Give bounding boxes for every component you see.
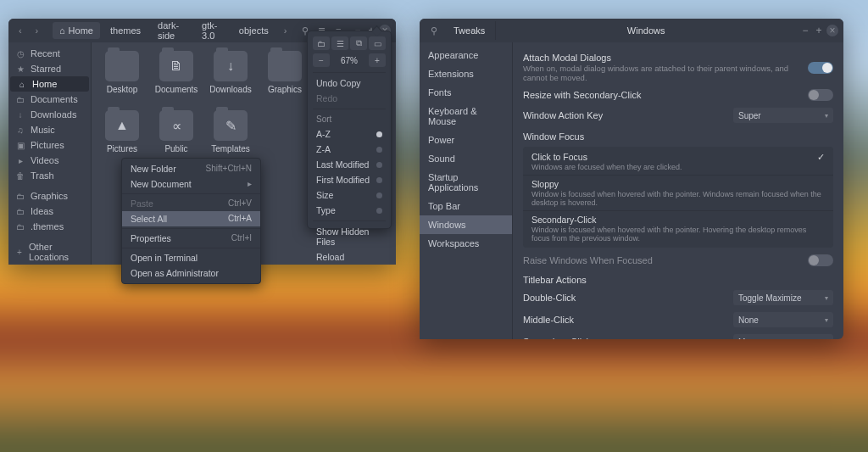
app-title: Tweaks: [447, 25, 492, 36]
nav-forward-button[interactable]: ›: [31, 22, 44, 39]
sidebar-item-ideas[interactable]: 🗀Ideas: [8, 204, 91, 219]
star-icon: ★: [15, 64, 25, 74]
path-home[interactable]: ⌂ Home: [53, 22, 100, 39]
sort-option[interactable]: Size: [313, 187, 386, 203]
window-maximize[interactable]: +: [813, 25, 825, 36]
path-seg-0[interactable]: themes: [103, 22, 147, 39]
show-hidden-item[interactable]: Show Hidden Files: [313, 224, 386, 249]
tweaks-titlebar: ⚲ Tweaks Windows − + ×: [420, 19, 843, 42]
path-seg-1[interactable]: dark-side: [151, 22, 192, 39]
sidebar-item-label: Pictures: [31, 140, 64, 150]
sidebar-item-pictures[interactable]: ▣Pictures: [8, 137, 91, 153]
tba-select[interactable]: Toggle Maximize▾: [733, 290, 833, 305]
focus-option[interactable]: Secondary-ClickWindow is focused when ho…: [523, 211, 833, 246]
window-close[interactable]: ×: [826, 25, 838, 36]
path-home-label: Home: [69, 25, 93, 36]
ctx-select-all[interactable]: Select AllCtrl+A: [122, 211, 260, 226]
folder-item[interactable]: Graphics: [258, 51, 312, 110]
resize-secondary-label: Resize with Secondary-Click: [523, 90, 801, 100]
ctx-open-admin[interactable]: Open as Administrator: [122, 265, 260, 281]
sidebar-item-documents[interactable]: 🗀Documents: [8, 92, 91, 107]
radio-dot: [376, 193, 382, 198]
zoom-out-button[interactable]: −: [313, 53, 330, 67]
sort-option[interactable]: First Modified: [313, 172, 386, 187]
ctx-new-document[interactable]: New Document▸: [122, 176, 260, 192]
picture-icon: ▣: [15, 141, 25, 150]
bookmark-icon-button[interactable]: ☰: [331, 36, 348, 50]
tweaks-sidebar-item[interactable]: Windows: [420, 215, 512, 234]
sidebar-item-recent[interactable]: ◷Recent: [8, 46, 91, 61]
tweaks-sidebar-item[interactable]: Keyboard & Mouse: [420, 102, 512, 131]
chevron-down-icon: ▾: [825, 294, 828, 302]
titlebar-actions-heading: Titlebar Actions: [523, 270, 833, 287]
new-folder-icon-button[interactable]: 🗀: [313, 36, 330, 50]
focus-option[interactable]: SloppyWindow is focused when hovered wit…: [523, 176, 833, 210]
sidebar-item-starred[interactable]: ★Starred: [8, 61, 91, 76]
tweaks-sidebar-item[interactable]: Sound: [420, 149, 512, 168]
tweaks-sidebar-item[interactable]: Fonts: [420, 83, 512, 102]
tweaks-sidebar-item[interactable]: Power: [420, 131, 512, 149]
sidebar-item-label: Starred: [31, 64, 61, 74]
radio-dot: [376, 147, 382, 153]
window-minimize[interactable]: −: [799, 25, 811, 36]
sort-option[interactable]: Z-A: [313, 142, 386, 157]
sidebar-item-label: .themes: [31, 221, 64, 232]
tweaks-sidebar-item[interactable]: Appearance: [420, 46, 512, 64]
tba-label: Middle-Click: [523, 315, 726, 325]
tweaks-sidebar-item[interactable]: Extensions: [420, 64, 512, 83]
sort-option[interactable]: Last Modified: [313, 157, 386, 172]
folder-item[interactable]: Desktop: [95, 51, 149, 110]
sidebar-item-label: Home: [32, 79, 57, 89]
sidebar-item-other[interactable]: +Other Locations: [8, 239, 91, 265]
search-icon[interactable]: ⚲: [425, 22, 443, 39]
action-key-select[interactable]: Super▾: [733, 108, 833, 123]
focus-option[interactable]: Click to FocusWindows are focused when t…: [523, 148, 833, 175]
resize-secondary-toggle[interactable]: [808, 89, 833, 101]
sidebar-item-label: Recent: [31, 48, 60, 59]
new-tab-icon-button[interactable]: ⧉: [350, 36, 367, 50]
tba-select[interactable]: None▾: [733, 312, 833, 327]
sort-heading: Sort: [313, 112, 386, 126]
sidebar-item-label: Graphics: [31, 191, 68, 201]
tweaks-window: ⚲ Tweaks Windows − + × AppearanceExtensi…: [420, 19, 843, 339]
zoom-level: 67%: [341, 56, 358, 65]
sidebar-item-home[interactable]: ⌂Home: [10, 76, 89, 92]
new-window-icon-button[interactable]: ▭: [369, 36, 386, 50]
ctx-open-terminal[interactable]: Open in Terminal: [122, 250, 260, 265]
sidebar-item-themes[interactable]: 🗀.themes: [8, 219, 91, 234]
sort-option[interactable]: A-Z: [313, 126, 386, 142]
ctx-properties[interactable]: PropertiesCtrl+I: [122, 231, 260, 246]
page-title: Windows: [499, 25, 793, 36]
trash-icon: 🗑: [15, 171, 25, 181]
radio-dot: [376, 208, 382, 214]
sort-option[interactable]: Type: [313, 203, 386, 218]
tba-label: Secondary-Click: [523, 337, 726, 339]
ctx-paste: PasteCtrl+V: [122, 196, 260, 211]
folder-label: Templates: [211, 144, 250, 153]
tweaks-sidebar-item[interactable]: Startup Applications: [420, 168, 512, 197]
tweaks-sidebar-item[interactable]: Top Bar: [420, 197, 512, 215]
path-seg-3[interactable]: objects: [232, 22, 275, 39]
attach-modal-toggle[interactable]: [808, 62, 833, 74]
path-more-button[interactable]: ›: [279, 22, 292, 39]
zoom-in-button[interactable]: +: [369, 53, 386, 67]
ctx-new-folder[interactable]: New FolderShift+Ctrl+N: [122, 161, 260, 176]
tweaks-sidebar-item[interactable]: Workspaces: [420, 234, 512, 253]
sidebar-item-graphics[interactable]: 🗀Graphics: [8, 188, 91, 204]
sidebar-item-label: Ideas: [31, 206, 53, 216]
sidebar-item-downloads[interactable]: ↓Downloads: [8, 107, 91, 122]
raise-toggle[interactable]: [808, 254, 833, 266]
folder-icon: ▲: [105, 110, 139, 141]
sidebar-item-label: Downloads: [31, 109, 76, 120]
folder-item[interactable]: ↓Downloads: [203, 51, 258, 110]
folder-item[interactable]: 🗎Documents: [149, 51, 203, 110]
sidebar-item-music[interactable]: ♫Music: [8, 122, 91, 137]
tba-select[interactable]: Menu▾: [733, 334, 833, 339]
folder-icon: 🗀: [15, 207, 25, 216]
path-seg-2[interactable]: gtk-3.0: [195, 22, 229, 39]
undo-item[interactable]: Undo Copy: [313, 75, 386, 91]
nav-back-button[interactable]: ‹: [14, 22, 27, 39]
sidebar-item-trash[interactable]: 🗑Trash: [8, 168, 91, 183]
reload-item[interactable]: Reload: [313, 249, 386, 265]
sidebar-item-videos[interactable]: ▸Videos: [8, 153, 91, 168]
